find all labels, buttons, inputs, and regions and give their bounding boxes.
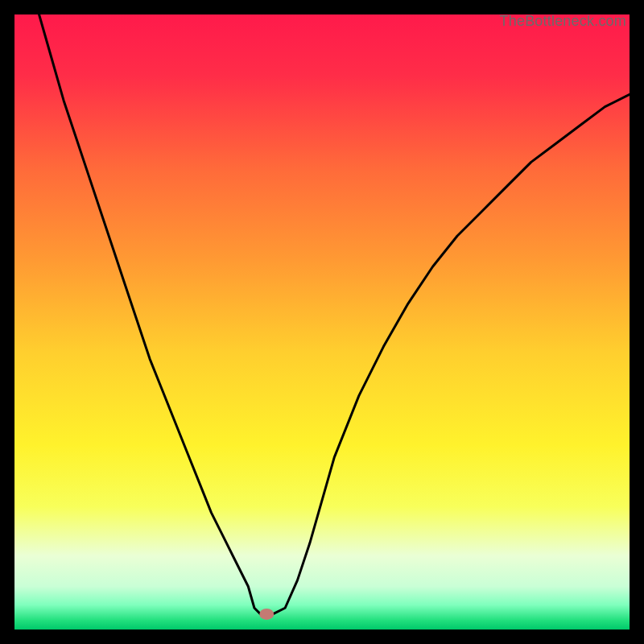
- gradient-background: [14, 14, 630, 630]
- chart-frame: TheBottleneck.com: [14, 14, 630, 630]
- chart-canvas: [14, 14, 630, 630]
- watermark-text: TheBottleneck.com: [500, 13, 626, 30]
- marker-dot: [259, 609, 274, 620]
